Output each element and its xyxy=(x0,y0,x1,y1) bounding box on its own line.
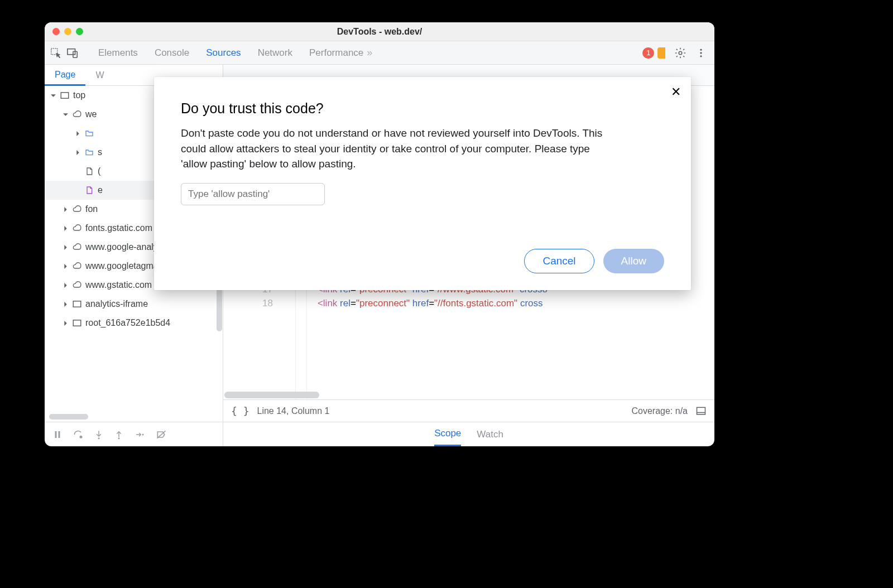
panel-tabs: ElementsConsoleSourcesNetworkPerformance xyxy=(98,47,363,59)
svg-point-3 xyxy=(679,51,682,55)
tree-item-label: ( xyxy=(98,166,100,176)
svg-point-6 xyxy=(700,55,702,57)
debug-tab-watch[interactable]: Watch xyxy=(477,429,503,440)
step-into-icon[interactable] xyxy=(94,430,104,440)
more-options-icon[interactable] xyxy=(695,47,707,59)
error-count-badge[interactable]: 1 xyxy=(642,47,654,59)
scrollbar-thumb-h[interactable] xyxy=(49,414,88,420)
disclosure-triangle-icon[interactable] xyxy=(75,168,81,175)
tree-item-label: fonts.gstatic.com xyxy=(85,223,152,233)
file-icon xyxy=(84,166,94,176)
device-toolbar-icon[interactable] xyxy=(66,46,79,60)
file-active-icon xyxy=(84,185,94,195)
disclosure-triangle-icon[interactable] xyxy=(75,187,81,194)
cloud-icon xyxy=(72,109,82,119)
svg-rect-10 xyxy=(697,407,705,415)
tree-item-label: top xyxy=(73,90,85,100)
dialog-title: Do you trust this code? xyxy=(181,100,664,117)
frame-icon xyxy=(60,90,70,100)
warning-count-badge[interactable] xyxy=(657,47,665,59)
tab-network[interactable]: Network xyxy=(258,47,292,59)
inspect-element-icon[interactable] xyxy=(49,46,63,60)
devtools-window: DevTools - web.dev/ ElementsConsoleSourc… xyxy=(45,22,714,446)
window-controls xyxy=(45,28,83,35)
svg-rect-12 xyxy=(55,431,57,438)
dialog-body: Don't paste code you do not understand o… xyxy=(181,126,616,172)
svg-point-5 xyxy=(700,52,702,54)
disclosure-triangle-icon[interactable] xyxy=(63,206,69,213)
disclosure-triangle-icon[interactable] xyxy=(50,93,56,99)
pretty-print-icon[interactable]: { } xyxy=(231,405,249,417)
debugger-bar: ScopeWatch xyxy=(45,422,714,446)
disclosure-triangle-icon[interactable] xyxy=(63,263,69,269)
tree-item-label: root_616a752e1b5d4 xyxy=(85,318,170,328)
folder-icon xyxy=(84,147,94,157)
frame-icon xyxy=(72,318,82,328)
panel-overflow-icon[interactable]: » xyxy=(367,47,372,59)
folder-icon xyxy=(84,128,94,138)
step-out-icon[interactable] xyxy=(114,430,124,440)
editor-hscroll-thumb[interactable] xyxy=(224,392,319,398)
editor-statusbar: { } Line 14, Column 1 Coverage: n/a xyxy=(223,399,714,422)
tree-item-label: fon xyxy=(85,204,98,214)
disclosure-triangle-icon[interactable] xyxy=(63,282,69,288)
minimize-window-button[interactable] xyxy=(64,28,71,35)
navigator-tab-w[interactable]: W xyxy=(85,65,114,85)
step-icon[interactable] xyxy=(134,430,145,440)
disclosure-triangle-icon[interactable] xyxy=(75,131,81,137)
tree-item-label: s xyxy=(98,147,102,157)
tree-item[interactable]: root_616a752e1b5d4 xyxy=(45,314,223,332)
allow-button[interactable]: Allow xyxy=(603,249,664,273)
svg-point-15 xyxy=(98,437,100,439)
settings-icon[interactable] xyxy=(674,47,686,59)
svg-point-17 xyxy=(142,433,144,435)
disclosure-triangle-icon[interactable] xyxy=(63,320,69,326)
disclosure-triangle-icon[interactable] xyxy=(63,112,69,118)
tab-elements[interactable]: Elements xyxy=(98,47,138,59)
cloud-icon xyxy=(72,280,82,290)
tree-item-label: analytics-iframe xyxy=(85,299,148,309)
disclosure-triangle-icon[interactable] xyxy=(75,150,81,156)
step-over-icon[interactable] xyxy=(73,429,84,440)
tree-item-label: e xyxy=(98,185,103,195)
main-toolbar: ElementsConsoleSourcesNetworkPerformance… xyxy=(45,41,714,65)
window-title: DevTools - web.dev/ xyxy=(45,27,714,37)
debugger-controls xyxy=(45,422,223,446)
cloud-icon xyxy=(72,204,82,214)
tab-performance[interactable]: Performance xyxy=(309,47,363,59)
show-sidebar-icon[interactable] xyxy=(695,406,707,417)
disclosure-triangle-icon[interactable] xyxy=(63,244,69,250)
self-xss-dialog: ✕ Do you trust this code? Don't paste co… xyxy=(154,77,691,290)
scope-watch-tabs: ScopeWatch xyxy=(223,422,714,446)
close-window-button[interactable] xyxy=(52,28,60,35)
disclosure-triangle-icon[interactable] xyxy=(63,225,69,232)
titlebar: DevTools - web.dev/ xyxy=(45,22,714,41)
cursor-position: Line 14, Column 1 xyxy=(257,406,330,416)
deactivate-breakpoints-icon[interactable] xyxy=(155,429,167,440)
coverage-label: Coverage: n/a xyxy=(631,406,688,416)
tree-item[interactable]: analytics-iframe xyxy=(45,295,223,314)
zoom-window-button[interactable] xyxy=(76,28,83,35)
svg-point-14 xyxy=(80,436,81,437)
svg-rect-8 xyxy=(73,301,81,307)
navigator-tab-page[interactable]: Page xyxy=(45,65,85,86)
svg-point-16 xyxy=(118,437,120,439)
svg-rect-13 xyxy=(59,431,60,438)
pause-icon[interactable] xyxy=(52,430,63,440)
cloud-icon xyxy=(72,223,82,233)
disclosure-triangle-icon[interactable] xyxy=(63,301,69,307)
tab-sources[interactable]: Sources xyxy=(206,47,241,59)
cloud-icon xyxy=(72,261,82,271)
debug-tab-scope[interactable]: Scope xyxy=(434,422,461,446)
cloud-icon xyxy=(72,242,82,252)
dialog-close-icon[interactable]: ✕ xyxy=(671,85,681,99)
svg-point-4 xyxy=(700,49,702,50)
frame-icon xyxy=(72,299,82,309)
tree-item-label: we xyxy=(85,109,97,119)
allow-pasting-input[interactable] xyxy=(181,183,325,205)
svg-rect-9 xyxy=(73,320,81,326)
svg-rect-7 xyxy=(61,93,69,99)
tab-console[interactable]: Console xyxy=(155,47,189,59)
cancel-button[interactable]: Cancel xyxy=(524,249,594,273)
tree-item-label: www.gstatic.com xyxy=(85,280,152,290)
